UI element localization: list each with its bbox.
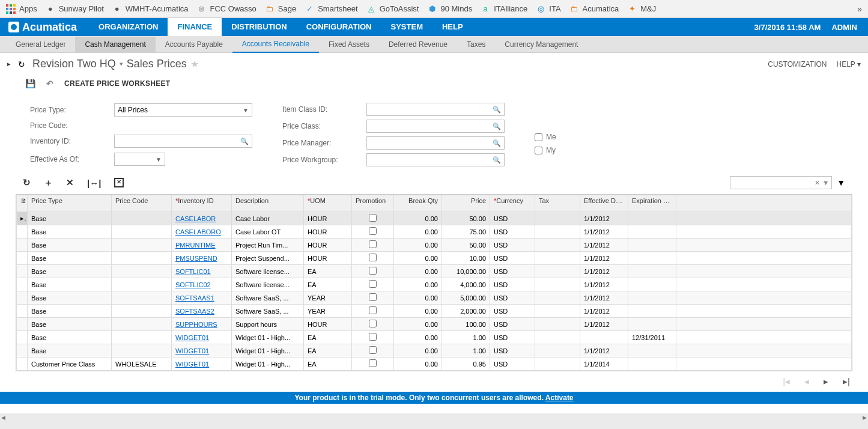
cell-uom[interactable]: HOUR: [304, 252, 352, 265]
cell-price-type[interactable]: Base: [28, 344, 112, 358]
table-row[interactable]: BaseSOFTSAAS1Software SaaS, ...YEAR0.005…: [17, 291, 852, 305]
cell-break-qty[interactable]: 0.00: [394, 344, 442, 358]
cell-break-qty[interactable]: 0.00: [394, 358, 442, 371]
bookmark-italliance[interactable]: aITAlliance: [481, 4, 527, 14]
cell-description[interactable]: Case Labor OT: [232, 225, 304, 239]
cell-tax[interactable]: [535, 225, 580, 239]
grid-add-icon[interactable]: ＋: [44, 177, 53, 189]
cell-price[interactable]: 75.00: [442, 225, 490, 239]
cell-uom[interactable]: YEAR: [304, 305, 352, 318]
grid-search-input[interactable]: ✕▼: [730, 176, 832, 189]
cell-break-qty[interactable]: 0.00: [394, 331, 442, 344]
cell-promotion[interactable]: [352, 358, 394, 371]
cell-inventory-id[interactable]: PMSUSPEND: [172, 252, 232, 265]
cell-effective-date[interactable]: 1/1/2012: [580, 291, 628, 305]
cell-uom[interactable]: EA: [304, 265, 352, 278]
cell-inventory-id[interactable]: WIDGET01: [172, 358, 232, 371]
row-indicator[interactable]: [17, 358, 28, 371]
table-row[interactable]: BasePMRUNTIMEProject Run Tim...HOUR0.005…: [17, 239, 852, 252]
bookmark-ita[interactable]: ◎ITA: [536, 4, 560, 14]
cell-price-type[interactable]: Base: [28, 318, 112, 331]
nav-help[interactable]: HELP: [432, 18, 473, 36]
cell-inventory-id[interactable]: SUPPHOURS: [172, 318, 232, 331]
cell-price-type[interactable]: Base: [28, 225, 112, 239]
cell-break-qty[interactable]: 0.00: [394, 252, 442, 265]
row-indicator[interactable]: [17, 239, 28, 252]
cell-price[interactable]: 50.00: [442, 212, 490, 225]
cell-break-qty[interactable]: 0.00: [394, 291, 442, 305]
cell-inventory-id[interactable]: PMRUNTIME: [172, 239, 232, 252]
search-icon[interactable]: 🔍: [493, 156, 501, 164]
col-price-type[interactable]: Price Type: [28, 195, 112, 212]
cell-break-qty[interactable]: 0.00: [394, 305, 442, 318]
horizontal-scrollbar[interactable]: [0, 413, 868, 423]
cell-expiration-date[interactable]: 12/31/2011: [628, 331, 676, 344]
row-indicator[interactable]: [17, 305, 28, 318]
cell-promotion[interactable]: [352, 212, 394, 225]
me-checkbox[interactable]: Me: [535, 133, 556, 141]
nav-user[interactable]: ADMIN: [831, 23, 857, 32]
cell-promotion[interactable]: [352, 331, 394, 344]
cell-tax[interactable]: [535, 278, 580, 291]
cell-effective-date[interactable]: 1/1/2012: [580, 225, 628, 239]
cell-description[interactable]: Widget 01 - High...: [232, 344, 304, 358]
cell-description[interactable]: Widget 01 - High...: [232, 331, 304, 344]
cell-promotion[interactable]: [352, 291, 394, 305]
cell-description[interactable]: Software license...: [232, 265, 304, 278]
cell-expiration-date[interactable]: [628, 239, 676, 252]
cell-effective-date[interactable]: 1/1/2012: [580, 265, 628, 278]
col-price[interactable]: Price: [442, 195, 490, 212]
cell-uom[interactable]: EA: [304, 344, 352, 358]
cell-description[interactable]: Software SaaS, ...: [232, 291, 304, 305]
cell-uom[interactable]: EA: [304, 358, 352, 371]
cell-price-code[interactable]: [112, 344, 172, 358]
price-type-select[interactable]: All Prices▼: [114, 103, 252, 117]
grid-export-icon[interactable]: [114, 178, 124, 187]
cell-break-qty[interactable]: 0.00: [394, 225, 442, 239]
price-workgroup-input[interactable]: 🔍: [366, 153, 505, 166]
cell-expiration-date[interactable]: [628, 318, 676, 331]
table-row[interactable]: ▸BaseCASELABORCase LaborHOUR0.0050.00USD…: [17, 212, 852, 225]
cell-price-code[interactable]: [112, 291, 172, 305]
col-description[interactable]: Description: [232, 195, 304, 212]
cell-currency[interactable]: USD: [490, 252, 535, 265]
grid-refresh-icon[interactable]: ↻: [23, 177, 31, 188]
search-icon[interactable]: 🔍: [493, 139, 501, 147]
cell-price-type[interactable]: Customer Price Class: [28, 358, 112, 371]
refresh-icon[interactable]: ↻: [18, 59, 25, 69]
table-row[interactable]: BaseCASELABOROCase Labor OTHOUR0.0075.00…: [17, 225, 852, 239]
cell-currency[interactable]: USD: [490, 212, 535, 225]
cell-effective-date[interactable]: 1/1/2012: [580, 344, 628, 358]
nav-finance[interactable]: FINANCE: [168, 18, 222, 36]
cell-promotion[interactable]: [352, 318, 394, 331]
cell-price[interactable]: 2,000.00: [442, 305, 490, 318]
cell-effective-date[interactable]: 1/1/2012: [580, 239, 628, 252]
bookmark-sage[interactable]: 🗀Sage: [265, 4, 296, 14]
activate-link[interactable]: Activate: [545, 394, 574, 402]
search-icon[interactable]: 🔍: [493, 106, 501, 114]
cell-promotion[interactable]: [352, 239, 394, 252]
cell-currency[interactable]: USD: [490, 225, 535, 239]
cell-price-type[interactable]: Base: [28, 331, 112, 344]
cell-price-code[interactable]: [112, 225, 172, 239]
row-indicator[interactable]: [17, 331, 28, 344]
breadcrumb-org[interactable]: Revision Two HQ: [32, 58, 116, 70]
favorite-star-icon[interactable]: ★: [190, 58, 199, 70]
cell-uom[interactable]: HOUR: [304, 318, 352, 331]
col-currency[interactable]: *Currency: [490, 195, 535, 212]
cell-description[interactable]: Widget 01 - High...: [232, 358, 304, 371]
cell-tax[interactable]: [535, 331, 580, 344]
cell-uom[interactable]: EA: [304, 278, 352, 291]
col-expiration-date[interactable]: Expiration Date: [628, 195, 676, 212]
cell-effective-date[interactable]: 1/1/2012: [580, 252, 628, 265]
pager-last-icon[interactable]: ▸|: [843, 376, 850, 387]
cell-break-qty[interactable]: 0.00: [394, 278, 442, 291]
cell-currency[interactable]: USD: [490, 278, 535, 291]
col-tax[interactable]: Tax: [535, 195, 580, 212]
row-indicator[interactable]: [17, 252, 28, 265]
cell-price[interactable]: 10,000.00: [442, 265, 490, 278]
cell-expiration-date[interactable]: [628, 358, 676, 371]
col-inventory-id[interactable]: *Inventory ID: [172, 195, 232, 212]
cell-price[interactable]: 1.00: [442, 344, 490, 358]
row-indicator[interactable]: [17, 278, 28, 291]
